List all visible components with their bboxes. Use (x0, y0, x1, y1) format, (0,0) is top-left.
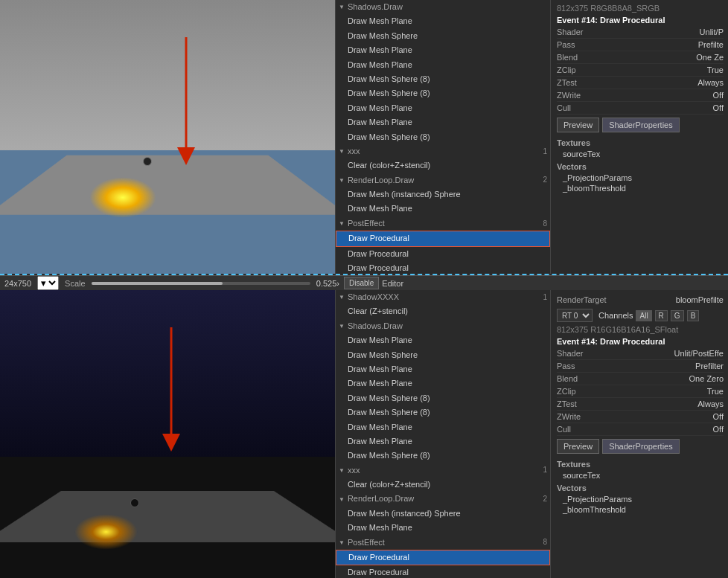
list-item[interactable]: Draw Mesh Sphere (8) (336, 72, 550, 86)
bottom-vector1: _ProjectionParams (557, 494, 724, 504)
top-preview-btn[interactable]: Preview (557, 118, 599, 132)
rt-label: RenderTarget (557, 295, 607, 304)
red-arrow-bottom (112, 312, 231, 469)
list-item[interactable]: ▼xxx1 (336, 144, 550, 158)
disable-btn[interactable]: Disable (344, 277, 379, 289)
expand-icon: ▼ (339, 495, 345, 504)
list-item[interactable]: ▼Shadows.Draw (336, 0, 550, 14)
top-resolution: 812x375 R8G8B8A8_SRGB (557, 3, 724, 13)
list-item[interactable]: Draw Mesh Plane (336, 115, 550, 129)
top-pass-value: Prefilte (698, 40, 724, 49)
list-item[interactable]: ▼RenderLoop.Draw2 (336, 492, 550, 506)
list-item[interactable]: Draw Mesh Plane (336, 420, 550, 434)
scale-slider[interactable] (92, 279, 223, 288)
bottom-section: ▼ShadowXXXX1Clear (Z+stencil)▼Shadows.Dr… (0, 290, 728, 578)
section-label: ShadowXXXX (348, 292, 399, 303)
list-item[interactable]: Draw Mesh Plane (336, 434, 550, 449)
scene-top (0, 0, 335, 274)
sphere-bottom (130, 498, 139, 507)
list-item[interactable]: Draw Mesh (instanced) Sphere (336, 507, 550, 521)
list-item[interactable]: Draw Mesh Sphere (8) (336, 405, 550, 420)
item-count: 2 (543, 175, 547, 185)
list-item[interactable]: Draw Mesh Plane (336, 101, 550, 115)
rt-num-select[interactable]: RT 0 (557, 309, 593, 322)
list-item[interactable]: Draw Mesh Plane (336, 333, 550, 347)
list-item[interactable]: Draw Mesh Plane (336, 376, 550, 391)
top-zwrite-value: Off (713, 91, 724, 100)
list-item[interactable]: Draw Mesh Sphere (8) (336, 86, 550, 100)
list-item[interactable]: Draw Mesh (instanced) Sphere (336, 187, 550, 202)
bottom-list-panel: ▼ShadowXXXX1Clear (Z+stencil)▼Shadows.Dr… (335, 290, 551, 578)
expand-icon: ▼ (339, 539, 345, 547)
bottom-cull-label: Cull (557, 425, 571, 434)
bottom-zwrite-label: ZWrite (557, 412, 581, 421)
list-item[interactable]: Draw Mesh Sphere (336, 29, 550, 43)
bottom-shader-props-btn[interactable]: ShaderProperties (602, 439, 680, 454)
list-item[interactable]: ▼Shadows.Draw (336, 319, 550, 333)
list-item[interactable]: Clear (color+Z+stencil) (336, 478, 550, 492)
list-item[interactable]: ▼xxx1 (336, 463, 550, 478)
top-ztest-label: ZTest (557, 78, 577, 87)
bottom-ztest-label: ZTest (557, 399, 577, 408)
top-cull-value: Off (713, 103, 724, 112)
ch-g-btn[interactable]: G (671, 310, 684, 321)
bottom-ztest-value: Always (697, 399, 724, 408)
section-label: Shadows.Draw (348, 1, 403, 13)
list-item[interactable]: Draw Mesh Plane (336, 362, 550, 376)
bottom-pass-value: Prefilter (695, 362, 724, 370)
scale-value: 0.525› (316, 279, 339, 288)
bottom-event-title: Event #14: Draw Procedural (557, 335, 724, 347)
list-item[interactable]: ▼PostEffect8 (336, 216, 550, 231)
list-item[interactable]: Draw Procedural (336, 565, 550, 578)
top-shader-value: Unlit/P (700, 28, 724, 36)
list-item[interactable]: Draw Mesh Plane (336, 14, 550, 28)
top-zclip-value: True (707, 65, 724, 74)
resolution-label: 24x750 (4, 279, 31, 288)
list-item[interactable]: ▼RenderLoop.Draw2 (336, 173, 550, 187)
bottom-texture-name: sourceTex (557, 470, 724, 481)
top-shader-props-btn[interactable]: ShaderProperties (602, 118, 680, 132)
list-item[interactable]: Draw Procedural (336, 550, 550, 565)
mid-buttons: Disable Editor (344, 277, 403, 289)
list-item[interactable]: Draw Procedural (336, 247, 550, 261)
ch-all-btn[interactable]: All (636, 310, 651, 321)
bottom-cull-value: Off (713, 425, 724, 434)
list-item[interactable]: Draw Mesh Sphere (8) (336, 130, 550, 144)
bottom-zclip-label: ZClip (557, 387, 576, 396)
top-shader-label: Shader (557, 28, 583, 36)
bottom-list: ▼ShadowXXXX1Clear (Z+stencil)▼Shadows.Dr… (336, 290, 550, 578)
scale-slider-track (92, 282, 310, 285)
list-item[interactable]: ▼PostEffect8 (336, 536, 550, 550)
item-count: 8 (543, 219, 547, 229)
bottom-preview-btn[interactable]: Preview (557, 439, 599, 454)
expand-icon: ▼ (339, 293, 345, 301)
scale-dropdown[interactable]: ▾ (37, 276, 59, 290)
list-item[interactable]: Draw Mesh Sphere (8) (336, 449, 550, 463)
list-item[interactable]: Clear (Z+stencil) (336, 304, 550, 318)
list-item[interactable]: Draw Mesh Plane (336, 202, 550, 216)
list-item[interactable]: Draw Mesh Plane (336, 521, 550, 535)
scene-bottom (0, 290, 335, 578)
list-item[interactable]: Draw Mesh Sphere (336, 348, 550, 362)
list-item[interactable]: Draw Mesh Plane (336, 43, 550, 57)
top-texture-name: sourceTex (557, 149, 724, 159)
red-arrow-top (127, 22, 246, 186)
item-count: 2 (543, 494, 547, 504)
top-textures-section: Textures (557, 135, 724, 149)
ch-b-btn[interactable]: B (687, 310, 700, 321)
ch-r-btn[interactable]: R (655, 310, 668, 321)
expand-icon: ▼ (339, 3, 345, 11)
section-label: PostEffect (348, 537, 385, 548)
list-item[interactable]: ▼ShadowXXXX1 (336, 290, 550, 304)
bottom-textures-section: Textures (557, 457, 724, 470)
top-zwrite-label: ZWrite (557, 91, 581, 100)
list-item[interactable]: Draw Mesh Plane (336, 58, 550, 72)
list-item[interactable]: Clear (color+Z+stencil) (336, 158, 550, 173)
bottom-vector2: _bloomThreshold (557, 504, 724, 515)
list-item[interactable]: Draw Procedural (336, 261, 550, 274)
list-item[interactable]: Draw Procedural (336, 231, 550, 246)
channels-label: Channels (598, 311, 633, 320)
top-cull-label: Cull (557, 103, 571, 112)
list-item[interactable]: Draw Mesh Sphere (8) (336, 391, 550, 405)
expand-icon: ▼ (339, 147, 345, 155)
